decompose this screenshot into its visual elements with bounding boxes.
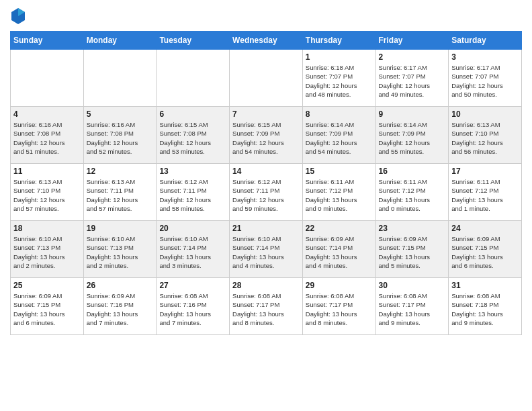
day-info: Sunrise: 6:13 AM Sunset: 7:10 PM Dayligh… — [13, 177, 81, 213]
calendar-cell: 11Sunrise: 6:13 AM Sunset: 7:10 PM Dayli… — [11, 164, 84, 221]
calendar-cell: 28Sunrise: 6:08 AM Sunset: 7:17 PM Dayli… — [230, 278, 303, 335]
day-number: 29 — [306, 281, 373, 290]
calendar-cell: 7Sunrise: 6:15 AM Sunset: 7:09 PM Daylig… — [230, 107, 303, 164]
calendar-cell: 23Sunrise: 6:09 AM Sunset: 7:15 PM Dayli… — [375, 221, 449, 278]
calendar-week-row: 25Sunrise: 6:09 AM Sunset: 7:15 PM Dayli… — [11, 278, 522, 335]
day-number: 14 — [232, 167, 300, 176]
calendar-cell: 4Sunrise: 6:16 AM Sunset: 7:08 PM Daylig… — [11, 107, 84, 164]
day-info: Sunrise: 6:15 AM Sunset: 7:09 PM Dayligh… — [232, 120, 300, 156]
day-info: Sunrise: 6:10 AM Sunset: 7:14 PM Dayligh… — [232, 234, 300, 270]
calendar-cell: 25Sunrise: 6:09 AM Sunset: 7:15 PM Dayli… — [11, 278, 84, 335]
day-number: 28 — [232, 281, 300, 290]
day-number: 31 — [451, 281, 519, 290]
calendar-cell — [11, 50, 84, 107]
calendar-cell: 6Sunrise: 6:15 AM Sunset: 7:08 PM Daylig… — [157, 107, 230, 164]
day-number: 26 — [87, 281, 154, 290]
calendar-cell: 22Sunrise: 6:09 AM Sunset: 7:14 PM Dayli… — [302, 221, 375, 278]
day-number: 4 — [13, 109, 81, 119]
day-number: 25 — [13, 281, 81, 290]
calendar-cell: 18Sunrise: 6:10 AM Sunset: 7:13 PM Dayli… — [11, 221, 84, 278]
calendar-cell: 31Sunrise: 6:08 AM Sunset: 7:18 PM Dayli… — [449, 278, 522, 335]
calendar-cell: 30Sunrise: 6:08 AM Sunset: 7:17 PM Dayli… — [375, 278, 449, 335]
day-of-week-header: Monday — [83, 32, 157, 50]
day-number: 12 — [87, 167, 154, 176]
day-number: 19 — [87, 224, 154, 233]
calendar-cell: 26Sunrise: 6:09 AM Sunset: 7:16 PM Dayli… — [83, 278, 157, 335]
calendar-cell: 29Sunrise: 6:08 AM Sunset: 7:17 PM Dayli… — [302, 278, 375, 335]
day-number: 9 — [379, 109, 446, 119]
day-info: Sunrise: 6:11 AM Sunset: 7:12 PM Dayligh… — [451, 177, 519, 213]
calendar-cell: 2Sunrise: 6:17 AM Sunset: 7:07 PM Daylig… — [375, 50, 449, 107]
day-info: Sunrise: 6:09 AM Sunset: 7:14 PM Dayligh… — [306, 234, 373, 270]
day-info: Sunrise: 6:10 AM Sunset: 7:13 PM Dayligh… — [13, 234, 81, 270]
day-number: 24 — [451, 224, 519, 233]
day-number: 13 — [159, 167, 226, 176]
day-info: Sunrise: 6:09 AM Sunset: 7:16 PM Dayligh… — [87, 291, 154, 327]
calendar-cell: 15Sunrise: 6:11 AM Sunset: 7:12 PM Dayli… — [302, 164, 375, 221]
calendar-cell: 27Sunrise: 6:08 AM Sunset: 7:16 PM Dayli… — [157, 278, 230, 335]
day-info: Sunrise: 6:12 AM Sunset: 7:11 PM Dayligh… — [159, 177, 226, 213]
calendar-cell: 12Sunrise: 6:13 AM Sunset: 7:11 PM Dayli… — [83, 164, 157, 221]
calendar-cell: 8Sunrise: 6:14 AM Sunset: 7:09 PM Daylig… — [302, 107, 375, 164]
header — [10, 7, 522, 26]
day-info: Sunrise: 6:08 AM Sunset: 7:17 PM Dayligh… — [232, 291, 300, 327]
day-info: Sunrise: 6:14 AM Sunset: 7:09 PM Dayligh… — [306, 120, 373, 156]
day-number: 22 — [306, 224, 373, 233]
day-info: Sunrise: 6:17 AM Sunset: 7:07 PM Dayligh… — [379, 63, 446, 99]
day-of-week-header: Friday — [375, 32, 449, 50]
day-number: 10 — [451, 109, 519, 119]
calendar-cell: 9Sunrise: 6:14 AM Sunset: 7:09 PM Daylig… — [375, 107, 449, 164]
day-number: 8 — [306, 109, 373, 119]
calendar-cell: 17Sunrise: 6:11 AM Sunset: 7:12 PM Dayli… — [449, 164, 522, 221]
calendar-cell: 5Sunrise: 6:16 AM Sunset: 7:08 PM Daylig… — [83, 107, 157, 164]
calendar-table: SundayMondayTuesdayWednesdayThursdayFrid… — [10, 31, 522, 335]
day-info: Sunrise: 6:09 AM Sunset: 7:15 PM Dayligh… — [13, 291, 81, 327]
calendar-cell — [230, 50, 303, 107]
day-info: Sunrise: 6:18 AM Sunset: 7:07 PM Dayligh… — [306, 63, 373, 99]
calendar-cell: 21Sunrise: 6:10 AM Sunset: 7:14 PM Dayli… — [230, 221, 303, 278]
calendar-cell — [157, 50, 230, 107]
day-number: 2 — [379, 52, 446, 62]
day-info: Sunrise: 6:10 AM Sunset: 7:13 PM Dayligh… — [87, 234, 154, 270]
day-number: 3 — [451, 52, 519, 62]
day-info: Sunrise: 6:14 AM Sunset: 7:09 PM Dayligh… — [379, 120, 446, 156]
calendar-cell: 10Sunrise: 6:13 AM Sunset: 7:10 PM Dayli… — [449, 107, 522, 164]
day-number: 5 — [87, 109, 154, 119]
day-number: 15 — [306, 167, 373, 176]
day-number: 7 — [232, 109, 300, 119]
calendar-week-row: 18Sunrise: 6:10 AM Sunset: 7:13 PM Dayli… — [11, 221, 522, 278]
day-number: 21 — [232, 224, 300, 233]
calendar-cell: 16Sunrise: 6:11 AM Sunset: 7:12 PM Dayli… — [375, 164, 449, 221]
day-number: 18 — [13, 224, 81, 233]
day-number: 16 — [379, 167, 446, 176]
day-info: Sunrise: 6:08 AM Sunset: 7:17 PM Dayligh… — [306, 291, 373, 327]
day-info: Sunrise: 6:16 AM Sunset: 7:08 PM Dayligh… — [87, 120, 154, 156]
day-number: 17 — [451, 167, 519, 176]
day-of-week-header: Thursday — [302, 32, 375, 50]
day-of-week-header: Sunday — [11, 32, 84, 50]
day-info: Sunrise: 6:09 AM Sunset: 7:15 PM Dayligh… — [379, 234, 446, 270]
day-info: Sunrise: 6:11 AM Sunset: 7:12 PM Dayligh… — [379, 177, 446, 213]
calendar-cell: 1Sunrise: 6:18 AM Sunset: 7:07 PM Daylig… — [302, 50, 375, 107]
calendar-cell: 24Sunrise: 6:09 AM Sunset: 7:15 PM Dayli… — [449, 221, 522, 278]
day-info: Sunrise: 6:17 AM Sunset: 7:07 PM Dayligh… — [451, 63, 519, 99]
calendar-week-row: 1Sunrise: 6:18 AM Sunset: 7:07 PM Daylig… — [11, 50, 522, 107]
day-number: 11 — [13, 167, 81, 176]
calendar-cell: 20Sunrise: 6:10 AM Sunset: 7:14 PM Dayli… — [157, 221, 230, 278]
day-info: Sunrise: 6:10 AM Sunset: 7:14 PM Dayligh… — [159, 234, 226, 270]
calendar-week-row: 4Sunrise: 6:16 AM Sunset: 7:08 PM Daylig… — [11, 107, 522, 164]
logo-icon — [10, 7, 26, 26]
day-info: Sunrise: 6:11 AM Sunset: 7:12 PM Dayligh… — [306, 177, 373, 213]
day-info: Sunrise: 6:08 AM Sunset: 7:18 PM Dayligh… — [451, 291, 519, 327]
day-info: Sunrise: 6:12 AM Sunset: 7:11 PM Dayligh… — [232, 177, 300, 213]
day-of-week-header: Wednesday — [230, 32, 303, 50]
day-number: 27 — [159, 281, 226, 290]
calendar-cell: 19Sunrise: 6:10 AM Sunset: 7:13 PM Dayli… — [83, 221, 157, 278]
day-info: Sunrise: 6:13 AM Sunset: 7:11 PM Dayligh… — [87, 177, 154, 213]
page: SundayMondayTuesdayWednesdayThursdayFrid… — [0, 0, 532, 342]
day-info: Sunrise: 6:16 AM Sunset: 7:08 PM Dayligh… — [13, 120, 81, 156]
calendar-cell: 13Sunrise: 6:12 AM Sunset: 7:11 PM Dayli… — [157, 164, 230, 221]
day-number: 1 — [306, 52, 373, 62]
calendar-cell: 14Sunrise: 6:12 AM Sunset: 7:11 PM Dayli… — [230, 164, 303, 221]
day-info: Sunrise: 6:15 AM Sunset: 7:08 PM Dayligh… — [159, 120, 226, 156]
